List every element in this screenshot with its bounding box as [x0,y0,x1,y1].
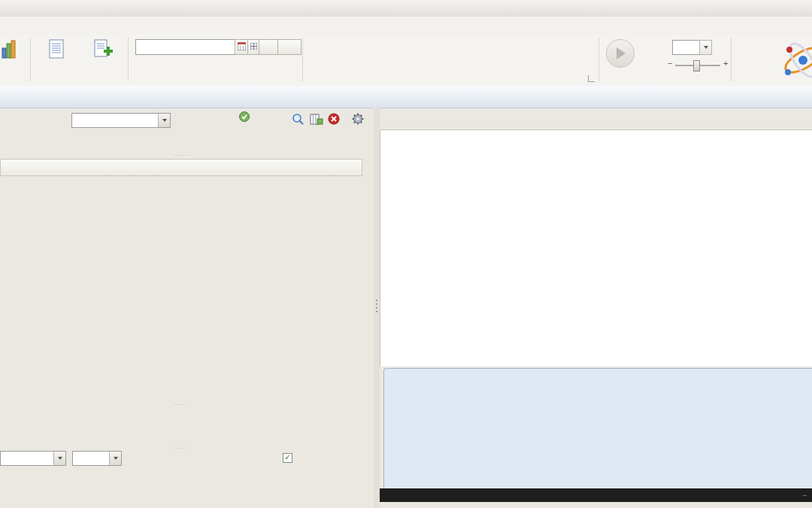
ignore-trades-checkbox[interactable]: ✓ [283,453,292,463]
speed-minus-icon[interactable]: − [668,59,672,68]
title-bar [0,0,812,17]
document-icon [47,39,65,60]
menu-item-support[interactable] [30,20,39,23]
group-separator [302,38,303,81]
grid-icon [250,43,257,50]
trade-filter-select[interactable] [0,451,66,466]
group-separator [128,38,129,81]
menu-bar [0,17,812,35]
trade-log-button[interactable] [35,39,78,63]
account-bar [0,86,812,108]
commit-orb-icon [239,111,250,122]
splitter-dots: ····· [174,445,188,452]
positions-panel: ····· ····· ····· ✓ [0,108,374,508]
exp-button[interactable] [259,39,278,55]
group-separator [731,38,732,81]
commit-trade-icon [92,39,114,60]
commit-trade-button[interactable] [78,39,128,63]
search-icon[interactable] [292,113,305,126]
trading-date-input[interactable] [135,39,239,55]
ribbon: − + [0,35,812,87]
speed-slider-thumb[interactable] [693,60,700,71]
menu-item-tools[interactable] [2,20,11,23]
live-button[interactable] [277,39,301,55]
date-step-bar [134,57,301,69]
chart-zoom-bar[interactable]: − [380,488,812,502]
time-picker-button[interactable] [247,39,259,55]
commit-button[interactable] [239,111,287,126]
group-separator [30,38,31,81]
expiry-filter-select[interactable] [72,451,122,466]
splitter-dots: ····· [174,401,188,408]
interval-dropdown-button[interactable] [699,40,712,55]
splitter-grip-icon [376,300,377,301]
splitter-dots: ····· [174,152,188,159]
atom-icon [780,38,812,81]
dialog-launcher-icon[interactable] [588,75,595,82]
bar-chart-icon [2,39,17,59]
strategy-select[interactable] [71,113,171,128]
zoom-minus-icon[interactable]: − [802,491,807,500]
optionnet-explorer-window: − + [0,0,812,508]
speed-plus-icon[interactable]: + [723,59,728,68]
close-icon[interactable] [328,113,341,126]
risk-chart-area[interactable] [380,129,812,367]
export-table-icon[interactable] [310,113,323,126]
greeks-table [383,368,812,490]
group-separator [598,38,599,81]
play-icon [617,47,626,59]
gear-icon[interactable] [352,113,365,126]
calendar-icon [238,42,246,50]
reports-button[interactable] [2,39,17,62]
expiry-header[interactable] [0,159,362,176]
calendar-button[interactable] [235,39,248,55]
panel-splitter[interactable] [374,108,380,508]
play-button[interactable] [606,39,635,68]
